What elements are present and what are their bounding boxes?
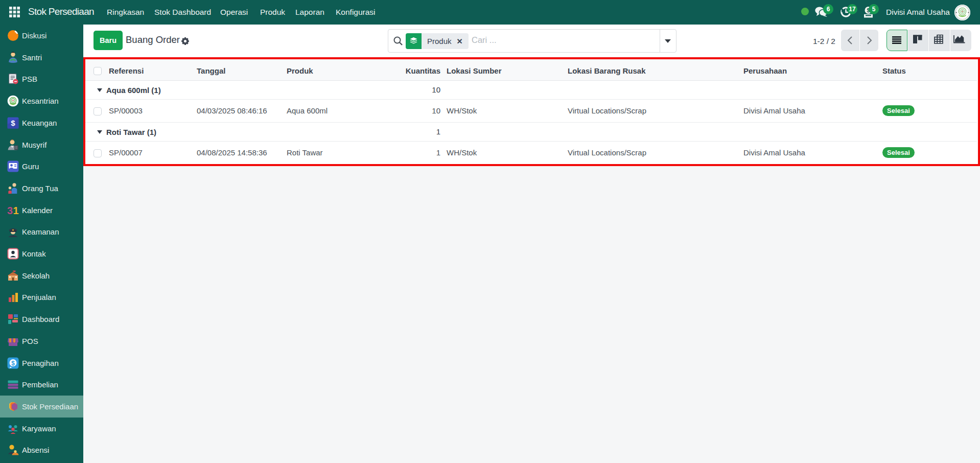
svg-text:$: $ (11, 359, 15, 366)
svg-text:1: 1 (13, 204, 19, 216)
svg-text:3: 3 (7, 204, 13, 216)
svg-text:$: $ (11, 119, 15, 127)
